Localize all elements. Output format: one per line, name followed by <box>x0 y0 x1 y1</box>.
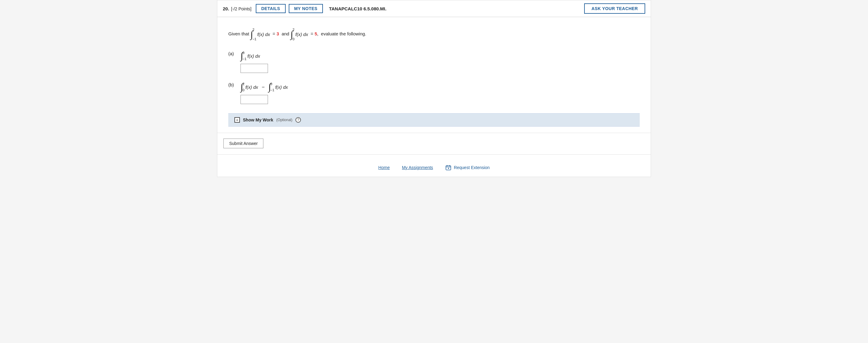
submit-area: Submit Answer <box>217 133 651 155</box>
problem-statement: Given that ∫ 2 −1 f(x) dx = 3 and ∫ 2 0 … <box>228 26 640 42</box>
my-assignments-link[interactable]: My Assignments <box>402 165 433 170</box>
request-extension-link[interactable]: Request Extension <box>454 165 490 170</box>
ask-teacher-button[interactable]: ASK YOUR TEACHER <box>584 3 645 14</box>
expand-icon: + <box>235 117 240 123</box>
integral2: ∫ 2 0 f(x) dx <box>290 26 308 42</box>
part-b: (b) ∫ 2 0 f(x) dx − ∫ 0 <box>228 82 640 104</box>
show-my-work-bar[interactable]: + Show My Work (Optional) ? <box>228 113 640 127</box>
calendar-icon <box>445 164 452 170</box>
footer: Home My Assignments Request Extension <box>217 155 651 177</box>
request-extension-wrap[interactable]: Request Extension <box>445 164 490 170</box>
details-button[interactable]: DETAILS <box>256 4 286 13</box>
integral1: ∫ 2 −1 f(x) dx <box>251 26 270 42</box>
optional-label: (Optional) <box>276 118 292 122</box>
part-a-input[interactable] <box>241 64 268 73</box>
part-a-math: ∫ 0 −1 f(x) dx <box>241 51 260 61</box>
submit-button[interactable]: Submit Answer <box>223 138 264 148</box>
part-b-input[interactable] <box>241 95 268 104</box>
my-notes-button[interactable]: MY NOTES <box>289 4 323 13</box>
part-b-label: (b) <box>228 82 237 87</box>
part-b-math: ∫ 2 0 f(x) dx − ∫ 0 −1 f <box>241 82 288 92</box>
problem-code: TANAPCALC10 6.5.080.MI. <box>329 6 581 11</box>
show-my-work-label: Show My Work <box>243 118 273 122</box>
value1: 3 <box>277 31 279 36</box>
part-a-label: (a) <box>228 51 237 56</box>
svg-rect-4 <box>448 168 449 169</box>
help-icon[interactable]: ? <box>296 117 301 123</box>
part-a: (a) ∫ 0 −1 f(x) dx <box>228 51 640 73</box>
value2: 5 <box>315 31 317 36</box>
question-number: 20. [-/2 Points] <box>223 6 251 11</box>
home-link[interactable]: Home <box>378 165 390 170</box>
